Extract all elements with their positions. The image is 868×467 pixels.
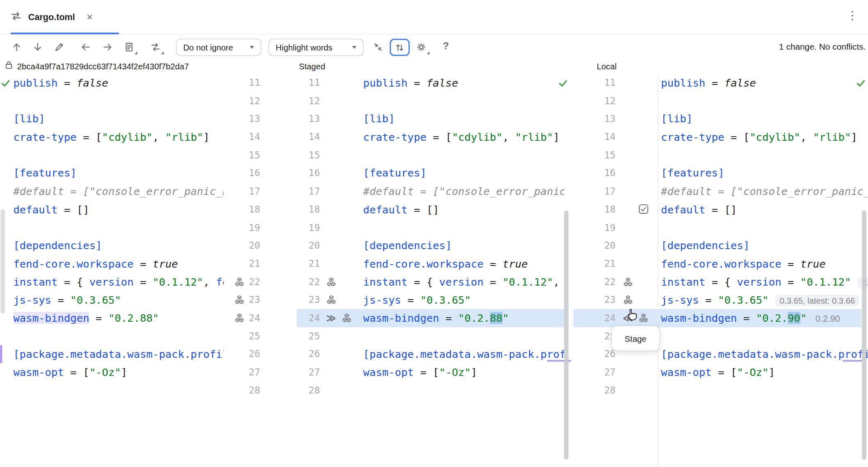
code-line: wasm-bindgen = "0.2.88"	[361, 309, 565, 327]
line-number: 28	[579, 381, 616, 399]
line-number: 20	[224, 236, 260, 254]
line-number: 20	[579, 236, 616, 254]
code-line: instant = { version = "0.1.12"0.1.12, la…	[659, 273, 868, 291]
applied-check-icon	[856, 78, 866, 90]
line-number: 14	[224, 128, 260, 146]
applied-check-icon	[558, 78, 568, 90]
stage-tooltip-label: Stage	[625, 334, 646, 343]
package-icon[interactable]	[233, 312, 246, 324]
code-line: [package.metadata.wasm-pack.profile.rele…	[659, 345, 868, 363]
line-number: 22	[579, 273, 616, 291]
line-number: 26	[224, 345, 260, 363]
code-line: [package.metadata.wasm-pack.profile.rele…	[0, 345, 224, 363]
code-line	[361, 146, 565, 164]
line-number: 15	[579, 146, 616, 164]
editor-staged[interactable]: publish = false[lib]crate-type = ["cdyli…	[361, 73, 565, 467]
code-line: [package.metadata.wasm-pack.profile.rele…	[361, 345, 565, 363]
code-line: js-sys = "0.3.65"	[361, 291, 565, 309]
code-line: fend-core.workspace = true	[659, 255, 868, 273]
line-number: 12	[283, 92, 320, 110]
gutter-base: 111213141516171819202122232425262728	[224, 73, 260, 399]
code-line	[659, 327, 868, 345]
line-number: 25	[224, 327, 260, 345]
line-number: 21	[283, 255, 320, 273]
code-line: [dependencies]	[659, 236, 868, 254]
line-number: 26	[283, 345, 320, 363]
stage-tooltip[interactable]: Stage	[611, 326, 660, 351]
line-number: 22	[283, 273, 320, 291]
code-line	[0, 327, 224, 345]
code-line: wasm-bindgen = "0.2.88"	[0, 309, 224, 327]
code-line: #default = ["console_error_panic_hook"]	[659, 182, 868, 200]
code-line: publish = false	[361, 73, 565, 92]
code-line: wasm-opt = ["-Oz"]	[361, 363, 565, 381]
code-line: publish = false	[0, 73, 224, 92]
line-number: 11	[224, 73, 260, 92]
line-number: 19	[283, 218, 320, 236]
line-number: 20	[283, 236, 320, 254]
package-icon[interactable]	[324, 276, 338, 288]
line-number: 11	[283, 73, 320, 92]
line-number: 14	[283, 128, 320, 146]
line-number: 27	[283, 363, 320, 381]
scrollbar-thumb[interactable]	[0, 209, 5, 314]
code-line: instant = { version = "0.1.12", features…	[0, 273, 224, 291]
line-number: 18	[283, 200, 320, 218]
line-number: 25	[283, 327, 320, 345]
line-number: 13	[283, 110, 320, 128]
code-line: #default = ["console_error_panic_hook"]	[361, 182, 565, 200]
code-line: fend-core.workspace = true	[0, 255, 224, 273]
line-number: 25	[579, 327, 616, 345]
code-line	[361, 92, 565, 110]
code-line	[0, 218, 224, 236]
line-number: 21	[579, 255, 616, 273]
package-icon[interactable]	[621, 294, 634, 306]
code-line: default = []	[0, 200, 224, 218]
package-icon[interactable]	[324, 294, 338, 306]
code-line: default = []	[659, 200, 868, 218]
line-number: 17	[283, 182, 320, 200]
code-line: [dependencies]	[361, 236, 565, 254]
code-line	[659, 146, 868, 164]
code-line: [dependencies]	[0, 236, 224, 254]
code-line: [lib]	[659, 110, 868, 128]
apply-right-arrow-icon[interactable]: ≫	[324, 312, 338, 324]
package-icon[interactable]	[621, 276, 634, 288]
include-change-checkbox[interactable]	[637, 203, 650, 215]
line-number: 14	[579, 128, 616, 146]
scrollbar-thumb[interactable]	[564, 211, 569, 460]
code-line: [lib]	[0, 110, 224, 128]
code-line: fend-core.workspace = true	[361, 255, 565, 273]
code-line: [features]	[0, 164, 224, 182]
line-number: 19	[224, 218, 260, 236]
package-icon[interactable]	[233, 294, 246, 306]
line-number: 16	[224, 164, 260, 182]
hand-cursor-icon	[624, 308, 639, 324]
scrollbar-thumb[interactable]	[862, 211, 866, 460]
line-number: 16	[579, 164, 616, 182]
code-line	[659, 381, 868, 399]
code-line	[659, 92, 868, 110]
editor-base[interactable]: publish = false[lib]crate-type = ["cdyli…	[0, 73, 224, 467]
line-number: 15	[283, 146, 320, 164]
editor-local[interactable]: publish = false[lib]crate-type = ["cdyli…	[659, 73, 868, 467]
line-number: 11	[579, 73, 616, 92]
pane-separator	[658, 73, 658, 467]
line-number: 27	[224, 363, 260, 381]
line-number: 13	[579, 110, 616, 128]
code-line: [features]	[659, 164, 868, 182]
line-number: 24	[579, 309, 616, 327]
line-number: 12	[579, 92, 616, 110]
code-line: crate-type = ["cdylib", "rlib"]	[361, 128, 565, 146]
line-number: 23	[283, 291, 320, 309]
code-line: instant = { version = "0.1.12", features…	[361, 273, 565, 291]
package-icon[interactable]	[233, 276, 246, 288]
code-line: publish = false	[659, 73, 868, 92]
line-number: 23	[579, 291, 616, 309]
package-icon[interactable]	[340, 312, 353, 324]
code-line: wasm-opt = ["-Oz"]	[0, 363, 224, 381]
code-line: js-sys = "0.3.65"0.3.65, latest: 0.3.66	[659, 291, 868, 309]
line-number: 26	[579, 345, 616, 363]
code-line	[361, 218, 565, 236]
gutter-local: 111213141516171819202122232425262728	[579, 73, 616, 399]
